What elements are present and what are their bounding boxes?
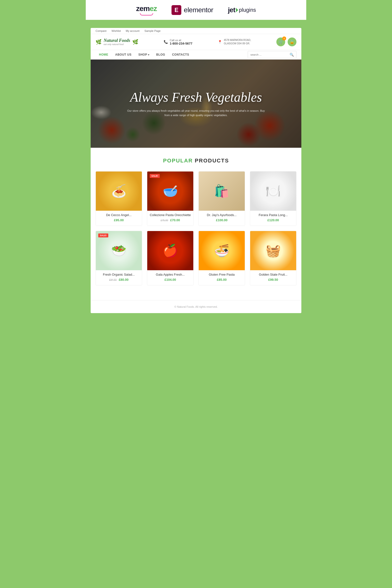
- search-bar: 🔍: [248, 51, 296, 58]
- elementor-icon: E: [172, 5, 181, 15]
- product-name: Dr. Jay's Ayurfoods...: [201, 213, 243, 217]
- page-wrapper: Compare Wishlist My account Sample Page …: [86, 20, 306, 320]
- product-card[interactable]: 🍽️ Ferara Pasta Long... £120.00: [250, 171, 296, 226]
- product-card[interactable]: 🍝 De Cecco Angel... £95.00: [96, 171, 142, 226]
- map-pin-icon: 📍: [218, 40, 222, 44]
- products-title: POPULAR PRODUCTS: [96, 158, 296, 164]
- product-price-wrap: £94.50 £80.00: [96, 277, 142, 282]
- jet-text: jet: [228, 6, 235, 14]
- product-image: 🍝: [96, 172, 142, 211]
- site-container: Compare Wishlist My account Sample Page …: [91, 28, 301, 313]
- product-image: 🧺: [250, 231, 296, 270]
- product-price: £120.00: [268, 218, 279, 222]
- util-compare[interactable]: Compare: [96, 30, 106, 32]
- hero-banner: Always Fresh Vegetables Our store offers…: [91, 60, 301, 148]
- logo-leaf-right-icon: 🌿: [132, 39, 138, 45]
- product-name: De Cecco Angel...: [98, 213, 140, 217]
- phone-number: 1-800-234-5677: [170, 42, 192, 45]
- product-card[interactable]: 🛍️ Dr. Jay's Ayurfoods... £100.00: [198, 171, 245, 226]
- product-price: £100.00: [216, 218, 228, 222]
- product-image: SALE! 🥗: [96, 231, 142, 270]
- product-image: SALE! 🥣: [147, 172, 193, 211]
- product-card[interactable]: SALE! 🥗 Fresh Organic Salad... £94.50 £8…: [96, 231, 142, 286]
- product-name: Gala Apples Fresh...: [149, 273, 191, 276]
- product-name: Fresh Organic Salad...: [98, 273, 140, 276]
- product-image: 🍽️: [250, 172, 296, 211]
- product-image: 🍎: [147, 231, 193, 270]
- header-icons: 🛒 0 🔒: [276, 38, 296, 46]
- product-image: 🍜: [199, 231, 245, 270]
- product-price-wrap: £95.00: [96, 218, 142, 222]
- nav-blog[interactable]: BLOG: [153, 50, 168, 59]
- product-card[interactable]: SALE! 🥣 Collezione Pasta Orecchiette £75…: [147, 171, 194, 226]
- nav-about[interactable]: ABOUT US: [112, 50, 135, 59]
- sale-badge: SALE!: [150, 174, 160, 178]
- logo-leaf-left-icon: 🌿: [96, 39, 102, 45]
- logo-text-block: Natural Foods eat only natural food: [104, 38, 130, 46]
- products-title-highlight: POPULAR: [163, 158, 193, 164]
- zemes-logo: zemez: [136, 4, 157, 16]
- product-name: Ferara Pasta Long...: [252, 213, 294, 217]
- hero-content: Always Fresh Vegetables Our store offers…: [120, 85, 272, 122]
- search-button[interactable]: 🔍: [287, 51, 296, 58]
- product-name: Golden State Fruit...: [252, 273, 294, 276]
- header-phone: 📞 Call us at: 1-800-234-5677: [164, 39, 192, 45]
- phone-icon: 📞: [164, 40, 168, 44]
- products-row-2: SALE! 🥗 Fresh Organic Salad... £94.50 £8…: [96, 231, 296, 286]
- logo-name: Natural Foods: [104, 38, 130, 43]
- jet-plugins-text: plugins: [239, 7, 256, 13]
- product-price: £99.50: [268, 278, 278, 282]
- elementor-label: elementor: [184, 6, 213, 14]
- footer-text: © Natural Foods. All rights reserved.: [174, 305, 218, 308]
- lock-button[interactable]: 🔒: [288, 38, 296, 46]
- products-section: POPULAR PRODUCTS 🍝 De Cecco Angel... £95…: [91, 148, 301, 300]
- site-header: 🌿 Natural Foods eat only natural food 🌿 …: [91, 34, 301, 50]
- product-name: Gluten Free Pasta: [201, 273, 243, 276]
- product-old-price: £75.00: [161, 219, 168, 222]
- sale-badge: SALE!: [98, 234, 108, 238]
- hero-title: Always Fresh Vegetables: [125, 90, 267, 105]
- product-price: £80.00: [119, 278, 128, 282]
- utility-bar: Compare Wishlist My account Sample Page: [91, 28, 301, 34]
- product-price-wrap: £120.00: [250, 218, 296, 222]
- product-card[interactable]: 🍎 Gala Apples Fresh... £104.00: [147, 231, 194, 286]
- cart-badge: 0: [282, 36, 286, 40]
- cart-button[interactable]: 🛒 0: [276, 38, 285, 46]
- product-price-wrap: £75.00 £70.00: [147, 218, 193, 222]
- site-nav: HOME ABOUT US SHOP BLOG CONTACTS 🔍: [91, 50, 301, 60]
- nav-links: HOME ABOUT US SHOP BLOG CONTACTS: [96, 50, 192, 59]
- util-account[interactable]: My account: [126, 30, 140, 32]
- product-old-price: £94.50: [109, 278, 117, 281]
- elementor-logo: E elementor: [172, 5, 213, 15]
- product-price-wrap: £99.50: [250, 277, 296, 282]
- product-price: £95.00: [114, 218, 124, 222]
- call-label: Call us at:: [170, 39, 192, 42]
- nav-shop[interactable]: SHOP: [135, 50, 153, 59]
- site-footer: © Natural Foods. All rights reserved.: [91, 300, 301, 313]
- zemes-e2: e: [150, 4, 154, 12]
- product-card[interactable]: 🍜 Gluten Free Pasta £85.00: [198, 231, 245, 286]
- product-card[interactable]: 🧺 Golden State Fruit... £99.50: [250, 231, 296, 286]
- products-title-products: PRODUCTS: [195, 158, 229, 164]
- util-sample[interactable]: Sample Page: [144, 30, 160, 32]
- product-price: £70.00: [170, 218, 180, 222]
- address-text: 4578 MARMORA ROAD, GLASGOW D04 89 GR.: [224, 38, 251, 45]
- util-wishlist[interactable]: Wishlist: [112, 30, 121, 32]
- logo-tagline: eat only natural food: [104, 43, 130, 46]
- jet-arrow-icon: [236, 8, 238, 12]
- products-row-1: 🍝 De Cecco Angel... £95.00 SALE! 🥣 Colle…: [96, 171, 296, 226]
- header-address: 📍 4578 MARMORA ROAD, GLASGOW D04 89 GR.: [218, 38, 251, 45]
- nav-home[interactable]: HOME: [96, 50, 112, 59]
- product-price: £85.00: [217, 278, 226, 282]
- product-price-wrap: £104.00: [147, 277, 193, 282]
- product-price-wrap: £85.00: [199, 277, 245, 282]
- product-price-wrap: £100.00: [199, 218, 245, 222]
- search-input[interactable]: [248, 52, 287, 58]
- site-logo: 🌿 Natural Foods eat only natural food 🌿: [96, 38, 138, 46]
- zemes-z2: z: [153, 4, 157, 12]
- product-image: 🛍️: [199, 172, 245, 211]
- product-price: £104.00: [165, 278, 176, 282]
- nav-contacts[interactable]: CONTACTS: [168, 50, 192, 59]
- jet-logo: jet plugins: [228, 6, 256, 14]
- branding-bar: zemez E elementor jet plugins: [86, 0, 306, 20]
